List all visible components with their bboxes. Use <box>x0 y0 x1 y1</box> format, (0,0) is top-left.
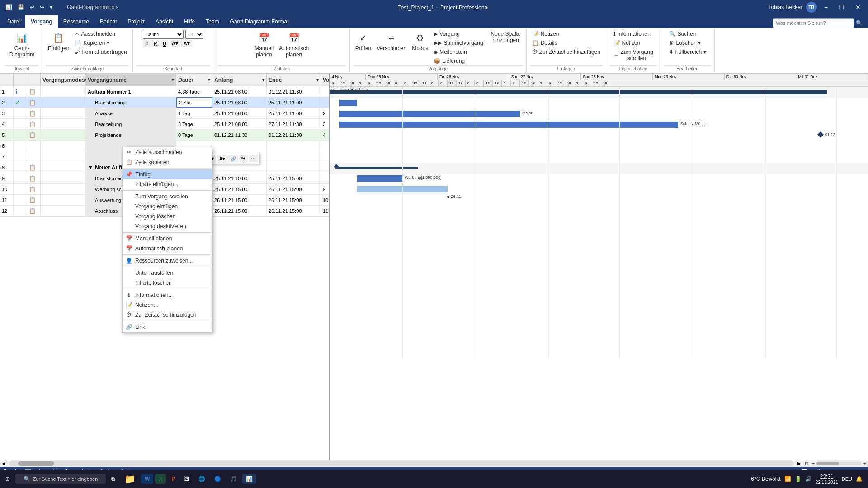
float-percent-btn[interactable]: % <box>239 155 248 162</box>
row-ende-10[interactable]: 26.11.21 15:00 <box>267 184 321 194</box>
row-ende-6[interactable] <box>267 141 321 151</box>
notizen-prop-btn[interactable]: 📝 Notizen <box>612 39 655 47</box>
row-vorgangsname-3[interactable]: Analyse <box>86 108 176 118</box>
row-ende-3[interactable]: 25.11.21 11:00 <box>267 108 321 118</box>
tab-ansicht[interactable]: Ansicht <box>150 15 179 28</box>
col-header-dauer[interactable]: Dauer ▾ <box>176 74 212 86</box>
app2-btn[interactable]: 🔵 <box>211 474 225 484</box>
automatisch-planen-btn[interactable]: 📅 Automatischplanen <box>277 30 311 59</box>
row-ende-12[interactable]: 26.11.21 15:00 <box>267 206 321 216</box>
col-header-anfang[interactable]: Anfang ▾ <box>212 74 267 86</box>
table-row[interactable]: 1 ℹ 📋 Auftrag Nummer 1 4,38 Tage 25.11.2… <box>0 86 329 97</box>
horizontal-scrollbar[interactable] <box>9 461 794 466</box>
format-btn[interactable]: 🖌 Format übertragen <box>73 48 128 56</box>
ctx-vorgang-deaktivieren[interactable]: Vorgang deaktivieren <box>123 221 212 231</box>
table-row[interactable]: 3 📋 Analyse 1 Tag 25.11.21 08:00 25.11.2… <box>0 108 329 119</box>
excel-btn[interactable]: X <box>155 474 166 484</box>
row-anfang-12[interactable]: 26.11.21 15:00 <box>212 206 267 216</box>
ctx-ressourcen-zuweisen[interactable]: 👤 Ressourcen zuweisen... <box>123 256 212 266</box>
zum-vorgang-btn[interactable]: → Zum Vorgangscrollen <box>612 48 655 62</box>
float-more-btn[interactable]: ⋯ <box>249 155 258 162</box>
details-btn[interactable]: 📋 Details <box>530 39 602 47</box>
col-header-vorgangsname[interactable]: Vorgangsname ▾ <box>86 74 176 86</box>
ctx-notizen[interactable]: 📝 Notizen... <box>123 300 212 310</box>
tab-projekt[interactable]: Projekt <box>123 15 150 28</box>
meilenstein-btn[interactable]: ◆ Meilenstein <box>432 48 485 56</box>
sammelvorgang-btn[interactable]: ▶▶ Sammelvorgang <box>432 39 485 47</box>
ctx-vorgang-einfuegen[interactable]: Vorgang einfügen <box>123 202 212 211</box>
bold-btn[interactable]: F <box>143 40 151 47</box>
row-anfang-6[interactable] <box>212 141 267 151</box>
minimize-btn[interactable]: − <box>821 2 831 13</box>
neue-spalte-btn[interactable]: Neue Spaltehinzufügen <box>489 30 523 44</box>
float-fontcol-btn[interactable]: A▾ <box>217 155 227 163</box>
ctx-inhalte-einfuegen[interactable]: Inhalte einfügen... <box>123 179 212 189</box>
ctx-zelle-kopieren[interactable]: 📋 Zelle kopieren <box>123 157 212 167</box>
font-color-btn[interactable]: A▾ <box>181 40 192 47</box>
scroll-right-btn[interactable]: ▶ <box>796 461 803 466</box>
ctx-zum-vorgang[interactable]: Zum Vorgang scrollen <box>123 192 212 202</box>
restore-btn[interactable]: ❐ <box>835 2 848 13</box>
fuellbereich-btn[interactable]: ⬇ Füllbereich ▾ <box>667 48 708 56</box>
redo-btn[interactable]: ↪ <box>38 3 46 11</box>
table-row[interactable]: 2 ✓ 📋 Brainstorming 2 Std. 25.11.21 08:0… <box>0 97 329 108</box>
photos-btn[interactable]: 🖼 <box>180 474 193 484</box>
row-vorgangsname-2[interactable]: Brainstorming <box>86 97 176 108</box>
row-dauer-5[interactable]: 0 Tage <box>176 130 212 140</box>
zoom-thumb[interactable] <box>816 462 839 465</box>
word-btn[interactable]: W <box>141 474 153 484</box>
lieferung-btn[interactable]: 📦 Lieferung <box>432 57 485 65</box>
ctx-zur-zeitachse[interactable]: ⏱ Zur Zeitachse hinzufügen <box>123 310 212 320</box>
row-dauer-4[interactable]: 3 Tage <box>176 119 212 129</box>
tab-ressource[interactable]: Ressource <box>58 15 94 28</box>
notizen-btn[interactable]: 📝 Notizen <box>530 30 602 38</box>
save-btn[interactable]: 💾 <box>16 3 26 11</box>
undo-btn[interactable]: ↩ <box>28 3 36 11</box>
bg-color-btn[interactable]: A▾ <box>170 40 180 47</box>
row-vorgangsname-1[interactable]: Auftrag Nummer 1 <box>86 86 176 97</box>
zoom-in-icon[interactable]: + <box>862 461 868 466</box>
ctx-einfuegen[interactable]: 📌 Einfüg. <box>123 169 212 179</box>
row-vorgaenger-2[interactable] <box>321 97 330 108</box>
browser-btn[interactable]: 🌐 <box>195 474 209 484</box>
row-ende-11[interactable]: 26.11.21 15:00 <box>267 195 321 205</box>
ctx-link[interactable]: 🔗 Link <box>123 322 212 332</box>
zur-zeitachse-btn[interactable]: ⏱ Zur Zeitachse hinzufügen <box>530 48 602 56</box>
col-header-ende[interactable]: Ende ▾ <box>267 74 321 86</box>
float-link-btn[interactable]: 🔗 <box>228 155 238 162</box>
row-vorgaenger-8[interactable] <box>321 162 330 173</box>
vorgang-btn[interactable]: ▶ Vorgang <box>432 30 485 38</box>
row-ende-1[interactable]: 01.12.21 11:30 <box>267 86 321 97</box>
row-anfang-3[interactable]: 25.11.21 08:00 <box>212 108 267 118</box>
scrollbar-thumb[interactable] <box>18 461 54 466</box>
close-btn[interactable]: ✕ <box>852 2 864 13</box>
powerpoint-btn[interactable]: P <box>168 474 179 484</box>
ctx-vorgang-loeschen[interactable]: Vorgang löschen <box>123 211 212 221</box>
ausschneiden-btn[interactable]: ✂ Ausschneiden <box>73 30 128 38</box>
row-ende-9[interactable]: 25.11.21 15:00 <box>267 173 321 183</box>
row-vorgaenger-10[interactable]: 9 <box>321 184 330 194</box>
loeschen-btn[interactable]: 🗑 Löschen ▾ <box>667 39 708 47</box>
ctx-manuell-planen[interactable]: 📅 Manuell planen <box>123 234 212 244</box>
row-ende-5[interactable]: 01.12.21 11:30 <box>267 130 321 140</box>
row-vorgaenger-9[interactable] <box>321 173 330 183</box>
music-btn[interactable]: 🎵 <box>226 474 241 484</box>
row-anfang-9[interactable]: 25.11.21 10:00 <box>212 173 267 183</box>
col-header-vorgaenger[interactable]: Vorgänger ▾ <box>321 74 330 86</box>
scroll-left-btn[interactable]: ◀ <box>0 461 7 466</box>
font-selector[interactable]: Calibri <box>143 30 184 39</box>
font-size-selector[interactable]: 11 <box>185 30 203 39</box>
einfuegen-btn[interactable]: 📋 Einfügen <box>46 30 71 52</box>
col-header-rownum[interactable] <box>0 74 14 86</box>
row-vorgaenger-4[interactable]: 3 <box>321 119 330 129</box>
tab-vorgang[interactable]: Vorgang <box>25 15 58 28</box>
row-ende-7[interactable] <box>267 151 321 162</box>
informationen-btn[interactable]: ℹ Informationen <box>612 30 655 38</box>
manuell-planen-btn[interactable]: 📅 Manuellplanen <box>253 30 275 59</box>
row-anfang-1[interactable]: 25.11.21 08:00 <box>212 86 267 97</box>
ctx-automatisch-planen[interactable]: 📅 Automatisch planen <box>123 244 212 253</box>
col-header-vorgangsmodus[interactable]: Vorgangsmodus ▾ <box>41 74 86 86</box>
row-anfang-4[interactable]: 25.11.21 08:00 <box>212 119 267 129</box>
row-anfang-2[interactable]: 25.11.21 08:00 <box>212 97 267 108</box>
col-header-icon2[interactable] <box>27 74 41 86</box>
